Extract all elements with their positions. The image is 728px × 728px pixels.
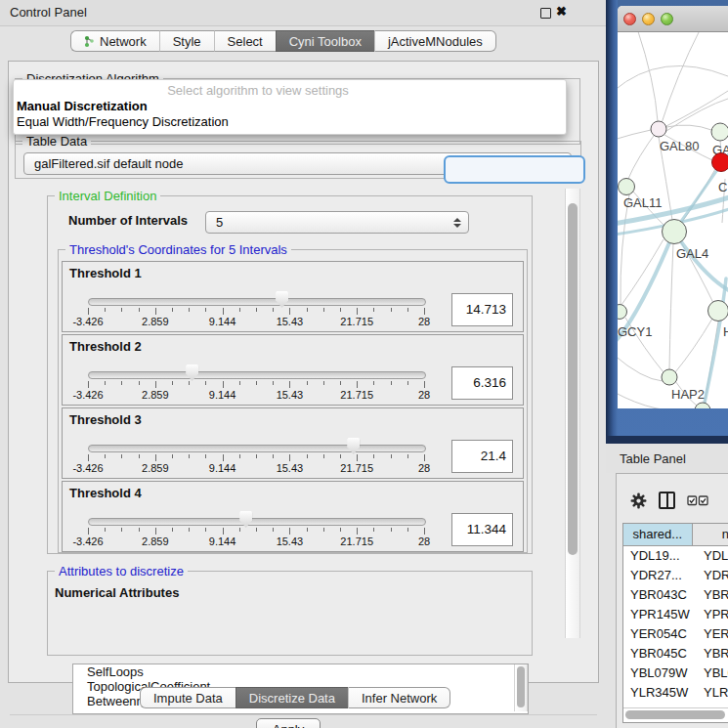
slider-track[interactable] — [88, 371, 426, 379]
tab-style[interactable]: Style — [159, 30, 214, 52]
slider-tick — [239, 308, 240, 312]
threshold-value-field[interactable]: 14.713 — [451, 293, 513, 326]
scrollbar-thumb[interactable] — [625, 710, 725, 719]
network-node[interactable] — [619, 179, 635, 195]
slider-tick-label: 2.859 — [142, 316, 169, 327]
window-bottom-border — [606, 436, 728, 444]
algorithm-option[interactable]: Manual Discretization — [17, 99, 148, 113]
network-node[interactable] — [695, 403, 710, 408]
slider-tick — [105, 528, 106, 532]
table-row[interactable]: YDL19...YDL1 — [623, 546, 728, 566]
network-node-label: GAL11 — [623, 195, 663, 210]
algorithm-combobox[interactable] — [444, 155, 585, 184]
attribute-item[interactable]: SelfLoops — [73, 664, 528, 679]
table-column-header[interactable]: shared... — [623, 524, 693, 545]
slider-tick — [391, 454, 392, 458]
threshold-value-field[interactable]: 6.316 — [451, 366, 513, 400]
slider-tick — [139, 381, 140, 385]
right-side: GAL80GACGAL11GAL4GCY1HHAP2 Table Panel — [606, 0, 728, 728]
tab-discretize-data[interactable]: Discretize Data — [236, 687, 348, 708]
close-icon[interactable]: ✖ — [556, 4, 567, 19]
table-row[interactable]: YBR045CYBR0 — [623, 644, 728, 664]
slider-tick — [256, 528, 257, 532]
column-checkboxes-icon[interactable] — [687, 495, 708, 506]
network-edge-thick — [676, 235, 728, 292]
close-traffic-light[interactable] — [623, 13, 636, 25]
network-canvas[interactable]: GAL80GACGAL11GAL4GCY1HHAP2 — [618, 32, 728, 408]
algorithm-hint: Select algorithm to view settings — [14, 83, 502, 98]
table-cell: YBL079W — [623, 664, 699, 683]
tab-label: Impute Data — [153, 691, 223, 706]
tab-infer-network[interactable]: Infer Network — [348, 687, 450, 708]
table-cell: YBR0 — [699, 585, 728, 605]
scrollbar-thumb[interactable] — [517, 666, 525, 707]
tab-network[interactable]: Network — [70, 30, 159, 52]
slider-tick — [340, 528, 341, 532]
attributes-list-scrollbar[interactable] — [514, 664, 528, 711]
slider-tick — [357, 528, 358, 535]
slider-tick — [289, 381, 290, 388]
slider-track[interactable] — [88, 445, 426, 452]
slider-tick-label: 28 — [418, 462, 430, 474]
slider-tick — [340, 308, 341, 312]
settings-vertical-scrollbar[interactable] — [565, 189, 580, 638]
table-cell: YBR045C — [623, 644, 699, 664]
minimize-traffic-light[interactable] — [642, 13, 655, 25]
table-cell: YBL0 — [699, 664, 728, 683]
network-edge — [618, 355, 663, 381]
zoom-traffic-light[interactable] — [661, 13, 673, 25]
apply-button[interactable]: Apply — [256, 718, 321, 728]
table-row[interactable]: YLR345WYLR3 — [623, 683, 728, 703]
network-node[interactable] — [663, 220, 687, 244]
tab-select[interactable]: Select — [214, 30, 276, 52]
algorithm-option[interactable]: Equal Width/Frequency Discretization — [17, 114, 229, 129]
slider-tick-label: 15.43 — [277, 462, 304, 474]
network-edge — [618, 65, 728, 91]
network-node[interactable] — [651, 121, 666, 137]
network-node-label: HAP2 — [671, 387, 705, 402]
network-node[interactable] — [618, 305, 627, 320]
slider-tick — [155, 381, 156, 388]
tab-cyni-toolbox[interactable]: Cyni Toolbox — [276, 30, 374, 52]
network-node[interactable] — [712, 153, 728, 172]
table-row[interactable]: YDR27...YDR2 — [623, 566, 728, 585]
slider-track[interactable] — [88, 298, 426, 306]
tab-impute-data[interactable]: Impute Data — [140, 687, 236, 708]
slider-track[interactable] — [88, 518, 426, 526]
network-edge — [662, 32, 701, 123]
network-node[interactable] — [662, 369, 677, 385]
number-of-intervals-combobox[interactable]: 5 — [205, 211, 469, 234]
threshold-value-field[interactable]: 21.4 — [451, 440, 513, 473]
stepper-arrows-icon — [452, 218, 461, 228]
slider-tick-label: 15.43 — [277, 316, 304, 327]
table-row[interactable]: YBR043CYBR0 — [623, 585, 728, 605]
network-node[interactable] — [711, 123, 728, 141]
tab-jactivemnodules[interactable]: jActiveMNodules — [374, 30, 496, 52]
slider-tick — [155, 454, 156, 461]
slider-tick — [357, 454, 358, 461]
top-tab-bar: NetworkStyleSelectCyni ToolboxjActiveMNo… — [70, 30, 496, 52]
table-row[interactable]: YER054CYER0 — [623, 624, 728, 644]
slider-tick — [121, 454, 122, 458]
slider-tick — [223, 381, 224, 388]
attributes-group: Attributes to discretize Numerical Attri… — [47, 571, 533, 656]
tab-label: Cyni Toolbox — [289, 34, 362, 49]
slider-tick — [139, 528, 140, 532]
network-node-label: C — [718, 180, 727, 194]
node-attribute-table[interactable]: shared...n YDL19...YDL1YDR27...YDR2YBR04… — [622, 523, 728, 723]
table-column-header[interactable]: n — [693, 524, 728, 545]
network-node[interactable] — [708, 301, 728, 321]
slider-tick-label: -3.426 — [72, 389, 103, 401]
float-window-icon[interactable] — [540, 8, 551, 19]
table-cell: YER054C — [623, 624, 699, 644]
columns-icon[interactable] — [659, 492, 675, 509]
gear-icon[interactable] — [630, 492, 647, 509]
table-row[interactable]: YBL079WYBL0 — [623, 664, 728, 683]
table-horizontal-scrollbar[interactable] — [623, 707, 728, 722]
slider-tick — [357, 308, 358, 315]
scrollbar-thumb[interactable] — [568, 203, 578, 555]
table-row[interactable]: YPR145WYPR1 — [623, 605, 728, 624]
threshold-value-field[interactable]: 11.344 — [451, 513, 513, 546]
slider-tick-label: 9.144 — [209, 389, 236, 401]
slider-tick — [340, 381, 341, 385]
